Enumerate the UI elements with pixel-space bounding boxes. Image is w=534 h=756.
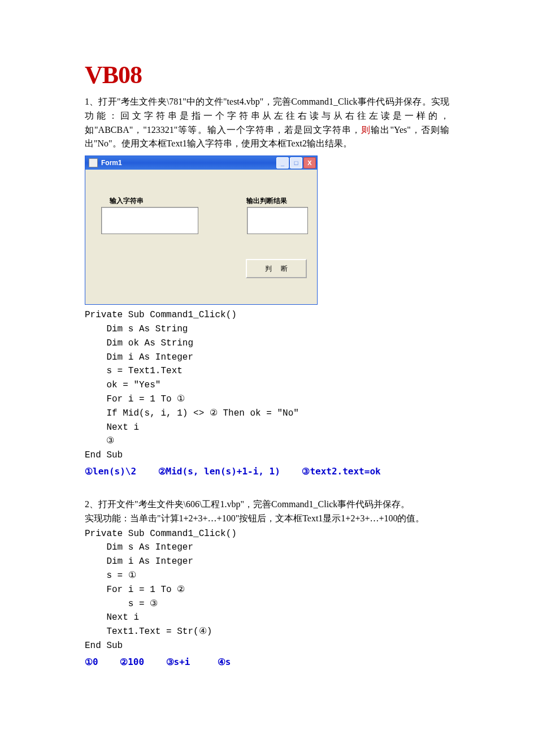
label-output-result: 输出判断结果 <box>246 196 288 206</box>
question-1-text: 1、打开"考生文件夹\781"中的文件"test4.vbp"，完善Command… <box>85 95 449 151</box>
question-2-line1: 2、打开文件"考生文件夹\606\工程1.vbp"，完善Command1_Cli… <box>85 498 449 512</box>
document-page: VB08 1、打开"考生文件夹\781"中的文件"test4.vbp"，完善Co… <box>0 0 534 714</box>
question-2-line2: 实现功能：当单击"计算1+2+3+…+100"按钮后，文本框Text1显示1+2… <box>85 512 449 526</box>
vb-form-window: Form1 _ □ X 输入字符串 输出判断结果 判 断 <box>85 155 318 305</box>
code-block-2: Private Sub Command1_Click() Dim s As In… <box>85 527 449 653</box>
window-buttons: _ □ X <box>276 157 316 169</box>
doc-title: VB08 <box>85 57 449 94</box>
form-client-area: 输入字符串 输出判断结果 判 断 <box>85 170 317 304</box>
app-icon <box>89 158 98 167</box>
minimize-button[interactable]: _ <box>276 157 289 169</box>
answers-1: ①len(s)\2 ②Mid(s, len(s)+1-i, 1) ③text2.… <box>85 465 449 478</box>
text1-input[interactable] <box>101 207 198 234</box>
window-title: Form1 <box>101 158 122 168</box>
q1-red: 则 <box>361 125 371 135</box>
text2-output[interactable] <box>247 207 308 234</box>
title-left: Form1 <box>89 158 122 168</box>
label-input-string: 输入字符串 <box>109 196 144 206</box>
code-block-1: Private Sub Command1_Click() Dim s As St… <box>85 308 449 463</box>
titlebar: Form1 _ □ X <box>85 156 317 170</box>
close-button[interactable]: X <box>303 157 316 169</box>
answers-2: ①0 ②100 ③s+i ④s <box>85 655 449 669</box>
judge-button[interactable]: 判 断 <box>246 259 307 278</box>
maximize-button[interactable]: □ <box>290 157 302 169</box>
